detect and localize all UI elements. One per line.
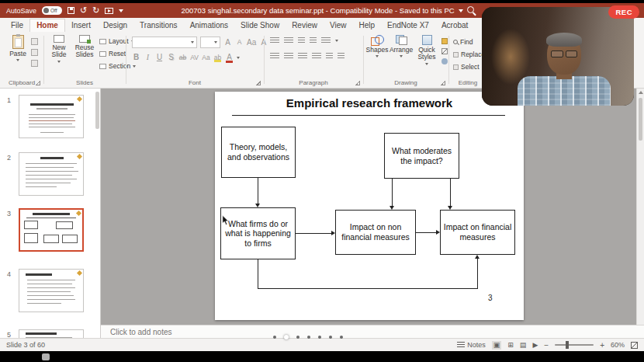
qat-customize-icon[interactable] bbox=[119, 9, 123, 12]
box-what-firms-do[interactable]: What firms do or what is happening to fi… bbox=[220, 207, 296, 259]
paragraph-dialog-launcher-icon[interactable] bbox=[355, 81, 360, 85]
start-presentation-icon[interactable] bbox=[105, 8, 113, 14]
scroll-up-icon[interactable] bbox=[639, 91, 643, 94]
indent-increase-icon[interactable] bbox=[310, 37, 317, 44]
notes-pane[interactable]: Click to add notes bbox=[101, 325, 644, 338]
fit-slide-to-window-icon[interactable] bbox=[631, 342, 638, 349]
canvas-scrollbar[interactable] bbox=[636, 89, 644, 325]
thumbnail-slide-3-selected[interactable] bbox=[19, 208, 84, 252]
font-size-combobox[interactable] bbox=[200, 37, 220, 48]
format-painter-icon[interactable] bbox=[31, 60, 38, 67]
drawing-dialog-launcher-icon[interactable] bbox=[441, 81, 445, 85]
arrange-button[interactable]: Arrange bbox=[390, 35, 413, 57]
slide-title[interactable]: Empirical research framework bbox=[215, 96, 524, 110]
box-nonfinancial-measures[interactable]: Impact on non financial measures bbox=[335, 210, 416, 255]
font-row-2: B I U S ab AV Aa ab A bbox=[132, 53, 240, 62]
reset-button[interactable]: Reset bbox=[99, 50, 126, 57]
slide-sorter-view-icon[interactable]: ⊞ bbox=[507, 342, 514, 349]
thumbnail-slide-1[interactable] bbox=[19, 95, 84, 138]
tab-endnote[interactable]: EndNote X7 bbox=[381, 19, 435, 32]
autosave-toggle[interactable]: Off bbox=[42, 6, 62, 15]
shape-outline-icon[interactable] bbox=[441, 48, 448, 54]
tab-insert[interactable]: Insert bbox=[65, 19, 97, 32]
slideshow-view-icon[interactable]: ▶ bbox=[532, 342, 538, 349]
thumbnail-slide-4[interactable] bbox=[19, 269, 84, 312]
indent-decrease-icon[interactable] bbox=[298, 37, 305, 44]
italic-icon[interactable]: I bbox=[144, 53, 152, 62]
zoom-out-button[interactable]: − bbox=[544, 341, 549, 350]
thumbnail-scrollbar[interactable] bbox=[95, 92, 99, 129]
tab-help[interactable]: Help bbox=[352, 19, 381, 32]
redo-icon[interactable]: ↻ bbox=[92, 6, 99, 15]
strikethrough-icon[interactable]: ab bbox=[178, 54, 187, 61]
slide-editing-area[interactable]: Empirical research framework Theory, mod… bbox=[215, 92, 524, 320]
text-shadow-icon[interactable]: S bbox=[167, 53, 175, 62]
select-button[interactable]: Select bbox=[453, 63, 485, 71]
cut-icon[interactable] bbox=[31, 38, 38, 45]
scrollbar-thumb[interactable] bbox=[639, 98, 642, 141]
taskbar-app-icon[interactable] bbox=[42, 353, 50, 360]
tab-home[interactable]: Home bbox=[29, 19, 65, 32]
shapes-button[interactable]: Shapes bbox=[365, 35, 389, 57]
drawing-small-buttons bbox=[441, 38, 448, 64]
tab-file[interactable]: File bbox=[5, 19, 29, 32]
change-case-2-icon[interactable]: Aa bbox=[202, 54, 210, 61]
columns-icon[interactable] bbox=[326, 53, 333, 60]
new-slide-button[interactable]: New Slide bbox=[47, 35, 71, 63]
align-left-icon[interactable] bbox=[270, 53, 279, 60]
grow-font-icon[interactable]: A bbox=[223, 38, 232, 47]
align-center-icon[interactable] bbox=[284, 53, 293, 60]
align-right-icon[interactable] bbox=[298, 53, 307, 60]
copy-icon[interactable] bbox=[31, 49, 38, 56]
font-color-dropdown-icon[interactable] bbox=[237, 57, 240, 59]
reading-view-icon[interactable]: ▤ bbox=[520, 342, 527, 349]
normal-view-icon[interactable]: ▣ bbox=[492, 341, 502, 350]
notes-toggle-button[interactable]: Notes bbox=[457, 341, 486, 349]
search-icon[interactable] bbox=[467, 6, 474, 13]
paste-button[interactable]: Paste bbox=[6, 35, 29, 61]
numbering-icon[interactable] bbox=[284, 37, 293, 44]
webcam-video-overlay[interactable] bbox=[482, 7, 634, 106]
tab-view[interactable]: View bbox=[324, 19, 353, 32]
tab-slide-show[interactable]: Slide Show bbox=[234, 19, 286, 32]
shape-effects-icon[interactable] bbox=[441, 58, 448, 64]
zoom-slider-knob[interactable] bbox=[566, 341, 569, 349]
thumbnail-slide-2[interactable] bbox=[19, 152, 84, 196]
quick-styles-dropdown-icon bbox=[425, 63, 428, 65]
tab-review[interactable]: Review bbox=[286, 19, 324, 32]
bullets-icon[interactable] bbox=[270, 37, 279, 44]
title-dropdown-icon[interactable] bbox=[459, 9, 463, 12]
paragraph-dropdown-icon[interactable] bbox=[335, 40, 338, 42]
justify-icon[interactable] bbox=[312, 53, 321, 60]
replace-button[interactable]: Replace bbox=[453, 50, 485, 58]
font-color-icon[interactable]: A bbox=[225, 53, 234, 62]
quick-styles-button[interactable]: Quick Styles bbox=[414, 35, 440, 65]
zoom-slider[interactable] bbox=[555, 344, 594, 346]
zoom-in-button[interactable]: + bbox=[600, 341, 604, 350]
reuse-slides-button[interactable]: Reuse Slides bbox=[72, 35, 97, 59]
font-dialog-launcher-icon[interactable] bbox=[256, 81, 261, 85]
text-highlight-icon[interactable]: ab bbox=[213, 54, 222, 61]
tab-animations[interactable]: Animations bbox=[184, 19, 234, 32]
change-case-icon[interactable]: Aa bbox=[247, 38, 256, 47]
tab-transitions[interactable]: Transitions bbox=[133, 19, 184, 32]
shrink-font-icon[interactable]: A bbox=[235, 38, 244, 46]
tab-acrobat[interactable]: Acrobat bbox=[435, 19, 474, 32]
clipboard-dialog-launcher-icon[interactable] bbox=[36, 81, 40, 85]
font-name-combobox[interactable] bbox=[132, 37, 197, 48]
shape-fill-icon[interactable] bbox=[441, 38, 448, 44]
thumbnail-slide-5[interactable] bbox=[19, 329, 84, 338]
tab-design[interactable]: Design bbox=[97, 19, 133, 32]
find-label: Find bbox=[460, 38, 473, 46]
find-button[interactable]: Find bbox=[453, 38, 473, 46]
box-financial-measures[interactable]: Impact on financial measures bbox=[440, 210, 515, 255]
character-spacing-icon[interactable]: AV bbox=[190, 54, 199, 61]
box-theory-models[interactable]: Theory, models, and observations bbox=[221, 127, 296, 178]
underline-icon[interactable]: U bbox=[155, 53, 164, 62]
line-spacing-icon[interactable] bbox=[321, 37, 331, 44]
smartart-convert-icon[interactable] bbox=[338, 53, 345, 60]
box-what-moderates[interactable]: What moderates the impact? bbox=[384, 133, 459, 179]
save-icon[interactable] bbox=[68, 7, 74, 14]
undo-icon[interactable]: ↺ bbox=[80, 6, 87, 15]
bold-icon[interactable]: B bbox=[132, 53, 140, 62]
